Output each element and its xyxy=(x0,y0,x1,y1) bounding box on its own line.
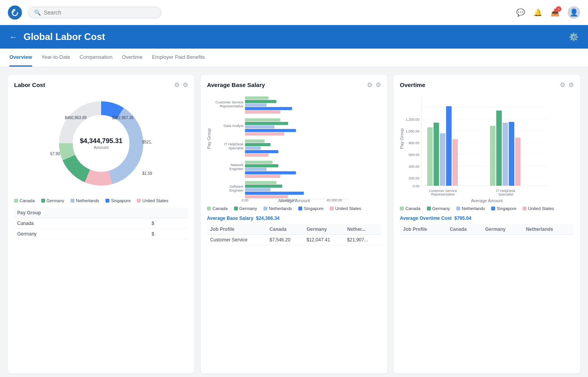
settings-icon[interactable]: ⚙️ xyxy=(569,32,579,42)
svg-text:0.00: 0.00 xyxy=(412,184,419,188)
tab-overtime[interactable]: Overtime xyxy=(122,49,143,67)
usa-dot xyxy=(137,199,141,203)
svg-rect-69 xyxy=(452,139,458,186)
svg-rect-44 xyxy=(245,195,288,198)
tab-ytd[interactable]: Year-to-Date xyxy=(42,49,70,67)
back-button[interactable]: ← xyxy=(9,33,17,42)
overtime-chart-svg: 0.00 200.00 400.00 600.00 800.00 1,000.0… xyxy=(406,92,551,201)
svg-rect-26 xyxy=(245,122,288,125)
overtime-avg-label: Average Overtime Cost xyxy=(400,216,452,221)
svg-rect-40 xyxy=(245,181,276,184)
labor-cost-legend: Canada Germany Netherlands Singapore Uni… xyxy=(14,198,188,203)
svg-text:Representative: Representative xyxy=(220,104,243,108)
inbox-icon[interactable]: 📥 2 xyxy=(550,8,560,17)
overtime-avg-stat: Average Overtime Cost $795.04 xyxy=(400,216,574,221)
svg-rect-67 xyxy=(440,133,445,186)
salary-col-job: Job Profile xyxy=(207,224,267,235)
salary-chart-wrapper: Pay Group Customer Service Representativ… xyxy=(207,92,381,201)
overtime-table: Job Profile Canada Germany Netherlands xyxy=(400,224,574,235)
svg-rect-39 xyxy=(245,175,280,178)
avatar[interactable]: 👤 xyxy=(568,6,580,19)
overtime-header: Overtime ⚙ ⚙ xyxy=(400,81,574,89)
svg-rect-71 xyxy=(496,111,502,186)
search-input[interactable] xyxy=(44,9,156,16)
svg-text:200.00: 200.00 xyxy=(408,176,419,180)
overtime-filter-icon[interactable]: ⚙ xyxy=(560,81,565,89)
svg-text:$460,963.89: $460,963.89 xyxy=(65,116,87,120)
table-row: Canada $ xyxy=(14,218,188,229)
labor-cost-table: Pay Group Canada $ Germany $ xyxy=(14,208,188,239)
svg-text:Specialist: Specialist xyxy=(498,192,514,196)
header-bar: ← Global Labor Cost ⚙️ xyxy=(0,25,588,49)
salary-avg-value: $24,366.34 xyxy=(256,216,279,221)
salary-filter-icon[interactable]: ⚙ xyxy=(367,81,372,89)
salary-settings-icon[interactable]: ⚙ xyxy=(376,81,381,89)
svg-text:1,200.00: 1,200.00 xyxy=(406,118,419,121)
svg-rect-33 xyxy=(245,150,278,153)
settings2-icon[interactable]: ⚙ xyxy=(183,81,188,89)
svg-rect-27 xyxy=(245,125,274,129)
salary-chart-svg: Customer Service Representative Data Ana… xyxy=(213,92,362,201)
salary-icons: ⚙ ⚙ xyxy=(367,81,381,89)
tab-overview[interactable]: Overview xyxy=(9,49,32,67)
search-bar[interactable]: 🔍 xyxy=(28,7,162,18)
overtime-avg-value: $795.04 xyxy=(454,216,471,221)
svg-text:$521,782.43: $521,782.43 xyxy=(142,140,152,144)
svg-rect-30 xyxy=(245,140,265,143)
legend-canada: Canada xyxy=(14,198,35,203)
table-row: Customer Service $7,546.20 $12,047.41 $2… xyxy=(207,235,381,245)
svg-rect-43 xyxy=(245,192,304,195)
row-germany[interactable]: Germany xyxy=(14,229,149,239)
row-canada[interactable]: Canada xyxy=(14,218,149,229)
salary-job-cs[interactable]: Customer Service xyxy=(207,235,267,245)
svg-text:40,000.00: 40,000.00 xyxy=(327,198,342,201)
top-nav: 🔍 💬 🔔 📥 2 👤 xyxy=(0,0,588,25)
svg-text:400.00: 400.00 xyxy=(408,165,419,169)
donut-center: $4,344,795.31 Amount xyxy=(80,137,123,150)
bell-icon[interactable]: 🔔 xyxy=(533,8,543,17)
donut-chart-container: $292,967.35 $521,782.43 $460,963.89 $1,4… xyxy=(14,92,188,194)
tab-compensation[interactable]: Compensation xyxy=(80,49,113,67)
table-row: Germany $ xyxy=(14,229,188,239)
singapore-label: Singapore xyxy=(111,198,131,203)
svg-rect-36 xyxy=(245,164,278,167)
netherlands-dot xyxy=(71,199,74,203)
svg-rect-35 xyxy=(245,161,272,164)
svg-rect-72 xyxy=(503,123,508,186)
legend-singapore: Singapore xyxy=(105,198,131,203)
overtime-title: Overtime xyxy=(400,82,425,88)
donut-label: Amount xyxy=(80,145,123,150)
inbox-badge: 2 xyxy=(556,6,561,12)
svg-rect-34 xyxy=(245,154,269,157)
search-icon: 🔍 xyxy=(34,9,41,16)
overtime-icons: ⚙ ⚙ xyxy=(560,81,574,89)
overtime-settings-icon[interactable]: ⚙ xyxy=(568,81,574,89)
col-value xyxy=(149,208,188,218)
donut-total: $4,344,795.31 xyxy=(80,137,123,145)
svg-text:0.00: 0.00 xyxy=(241,198,249,201)
salary-avg-stat: Average Base Salary $24,366.34 xyxy=(207,216,381,221)
overtime-col-germany: Germany xyxy=(482,224,523,235)
filter-icon[interactable]: ⚙ xyxy=(174,81,180,89)
nav-actions: 💬 🔔 📥 2 👤 xyxy=(516,6,580,19)
svg-text:$292,967.35: $292,967.35 xyxy=(112,116,134,120)
overtime-col-nether: Netherlands xyxy=(523,224,574,235)
labor-cost-icons: ⚙ ⚙ xyxy=(174,81,188,89)
tab-benefits[interactable]: Employer Paid Benefits xyxy=(152,49,205,67)
usa-label: United States xyxy=(142,198,168,203)
row-canada-val: $ xyxy=(149,218,188,229)
svg-text:Software: Software xyxy=(229,185,243,188)
svg-rect-38 xyxy=(245,171,296,174)
legend-usa: United States xyxy=(137,198,168,203)
legend-netherlands: Netherlands xyxy=(71,198,99,203)
labor-cost-header: Labor Cost ⚙ ⚙ xyxy=(14,81,188,89)
overtime-col-canada: Canada xyxy=(446,224,482,235)
singapore-dot xyxy=(105,199,109,203)
svg-rect-31 xyxy=(245,143,270,146)
overtime-y-label: Pay Group xyxy=(400,92,404,186)
svg-text:1,000.00: 1,000.00 xyxy=(406,129,419,133)
svg-rect-22 xyxy=(245,103,267,107)
salary-cs-nether: $21,907... xyxy=(344,235,381,245)
salary-y-axis-label: Pay Group xyxy=(207,92,211,186)
chat-icon[interactable]: 💬 xyxy=(516,8,525,17)
